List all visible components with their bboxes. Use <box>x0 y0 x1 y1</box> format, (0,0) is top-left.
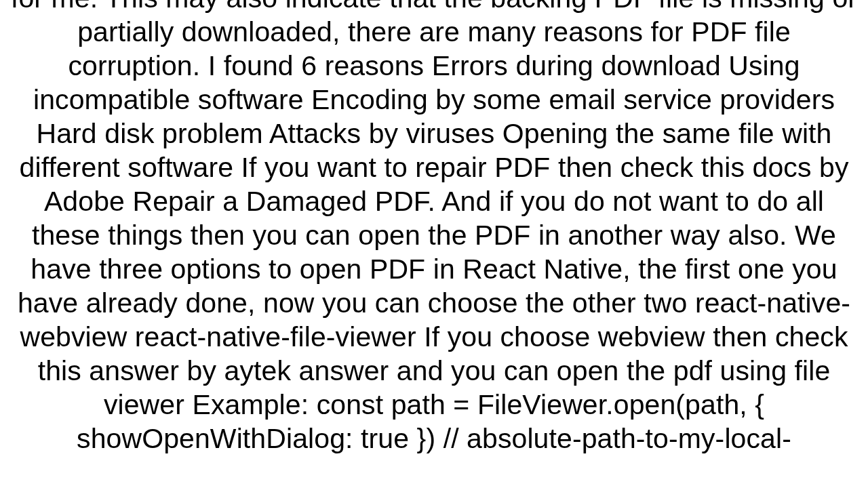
document-body-text: for me. This may also indicate that the … <box>0 0 868 455</box>
